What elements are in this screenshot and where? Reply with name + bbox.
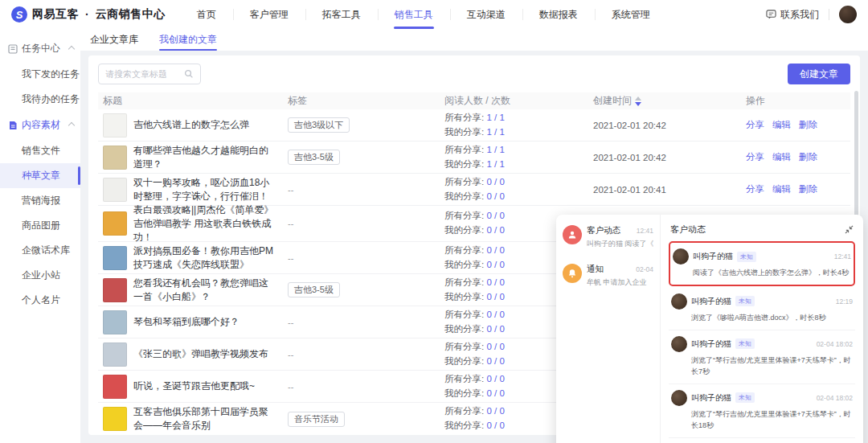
article-title[interactable]: 吉他六线谱上的数字怎么弹 xyxy=(133,118,249,132)
article-tag: -- xyxy=(288,350,293,359)
article-tag: -- xyxy=(288,185,293,195)
sidebar-group-content-material[interactable]: 内容素材 xyxy=(0,112,80,138)
sidebar-item-marketing-posters[interactable]: 营销海报 xyxy=(0,188,80,213)
search-box[interactable] xyxy=(98,64,201,84)
collapse-icon[interactable] xyxy=(845,225,854,234)
share-link[interactable]: 分享 xyxy=(746,152,764,162)
status-badge: 未知 xyxy=(735,392,755,403)
all-shares-link[interactable]: 0 / 0 xyxy=(486,177,504,187)
sidebar-item-my-todo-tasks[interactable]: 我待办的任务 xyxy=(0,87,80,112)
my-shares-link[interactable]: 0 / 0 xyxy=(486,324,504,334)
nav-item-data-reports[interactable]: 数据报表 xyxy=(522,0,595,29)
nav-item-home[interactable]: 首页 xyxy=(180,0,233,29)
customer-name[interactable]: 叫狗子的猫 xyxy=(693,251,733,262)
all-shares-link[interactable]: 1 / 1 xyxy=(486,113,504,122)
article-title[interactable]: 派对搞氛围必备！教你用吉他PM技巧速成《失恋阵线联盟》 xyxy=(133,244,276,272)
delete-link[interactable]: 删除 xyxy=(799,152,817,162)
article-title[interactable]: 您看我还有机会吗？教您弹唱这一首《小白船》？ xyxy=(133,277,276,304)
delete-link[interactable]: 删除 xyxy=(799,184,817,194)
activity-entry[interactable]: 叫狗子的猫未知02-04 17:42 阅读了《有哪些弹吉他越久才越能明白的道理？… xyxy=(669,438,855,443)
nav-item-system-mgmt[interactable]: 系统管理 xyxy=(595,0,667,29)
article-title[interactable]: 互客吉他俱乐部第十四届学员聚会——年会音乐别 xyxy=(133,405,276,433)
nav-item-sales-tools[interactable]: 销售工具 xyxy=(378,0,450,29)
sidebar-item-sales-files[interactable]: 销售文件 xyxy=(0,138,80,163)
sort-carets-icon[interactable] xyxy=(635,96,641,106)
sidebar-group-label: 内容素材 xyxy=(22,118,60,132)
share-link[interactable]: 分享 xyxy=(746,120,764,129)
article-title[interactable]: 表白最强攻略||周杰伦《简单爱》吉他弹唱教学 用这歌表白铁铁成功！ xyxy=(133,203,276,244)
search-input[interactable] xyxy=(105,69,184,79)
nav-item-customer-mgmt[interactable]: 客户管理 xyxy=(233,0,305,29)
share-link[interactable]: 分享 xyxy=(746,184,764,194)
my-shares-link[interactable]: 0 / 0 xyxy=(486,388,504,398)
my-shares-link[interactable]: 0 / 0 xyxy=(486,225,504,235)
customer-name[interactable]: 叫狗子的猫 xyxy=(691,296,731,307)
table-row[interactable]: 双十一购琴攻略，呕心沥血18小时整理，字字诛心，行行催泪！ -- 所有分享: 0… xyxy=(98,174,850,206)
my-shares-link[interactable]: 0 / 0 xyxy=(486,191,504,201)
delete-link[interactable]: 删除 xyxy=(799,120,817,129)
edit-link[interactable]: 编辑 xyxy=(772,152,791,162)
table-row[interactable]: 吉他六线谱上的数字怎么弹 吉他3级以下 所有分享: 1 / 1我的分享: 1 /… xyxy=(98,109,850,142)
article-title[interactable]: 有哪些弹吉他越久才越能明白的道理？ xyxy=(133,144,276,171)
all-shares-link[interactable]: 0 / 0 xyxy=(486,277,504,287)
column-created-time[interactable]: 创建时间 xyxy=(593,94,746,108)
customer-name[interactable]: 叫狗子的猫 xyxy=(691,338,731,350)
channel-notice[interactable]: 通知02-04 牟帆 申请加入企业 xyxy=(556,256,660,295)
my-shares-link[interactable]: 0 / 0 xyxy=(486,260,504,269)
channel-customer-activity[interactable]: 客户动态12:41 叫狗子的猫 阅读了《吉... xyxy=(556,218,660,256)
article-tag: -- xyxy=(288,253,293,263)
article-title[interactable]: 《张三的歌》弹唱教学视频发布 xyxy=(133,347,268,361)
my-shares-link[interactable]: 1 / 1 xyxy=(486,127,504,137)
entry-time: 12:19 xyxy=(836,297,853,306)
entry-time: 02-04 18:02 xyxy=(817,340,853,348)
contact-us-button[interactable]: 联系我们 xyxy=(766,8,819,22)
sidebar-item-wecom-scripts[interactable]: 企微话术库 xyxy=(0,238,80,263)
nav-item-interaction-channels[interactable]: 互动渠道 xyxy=(450,0,522,29)
all-shares-link[interactable]: 0 / 0 xyxy=(486,245,504,255)
nav-item-acquisition-tools[interactable]: 拓客工具 xyxy=(305,0,378,29)
article-thumbnail xyxy=(103,178,127,202)
sidebar-item-product-catalog[interactable]: 商品图册 xyxy=(0,213,80,238)
my-shares-link[interactable]: 0 / 0 xyxy=(486,356,504,366)
article-title[interactable]: 听说，圣诞节跟吉他更配哦~ xyxy=(133,379,255,393)
activity-entry-highlighted[interactable]: 叫狗子的猫未知12:41 阅读了《吉他六线谱上的数字怎么弹》，时长4秒 xyxy=(669,241,855,286)
activity-entry[interactable]: 叫狗子的猫未知02-04 18:02 浏览了“琴行吉他/尤克里里体验课+7天练琴… xyxy=(669,384,855,438)
sidebar-item-company-site[interactable]: 企业小站 xyxy=(0,263,80,288)
create-article-button[interactable]: 创建文章 xyxy=(788,64,850,84)
app-window: S 网易互客 · 云商销售中心 首页 客户管理 拓客工具 销售工具 互动渠道 数… xyxy=(0,0,868,443)
all-shares-link[interactable]: 0 / 0 xyxy=(486,374,504,384)
user-avatar[interactable] xyxy=(839,6,857,23)
sidebar-item-my-issued-tasks[interactable]: 我下发的任务 xyxy=(0,62,80,87)
column-operations: 操作 xyxy=(746,94,850,108)
article-title[interactable]: 琴包和琴箱到底哪个好？ xyxy=(133,315,240,329)
all-shares-link[interactable]: 1 / 1 xyxy=(486,145,504,154)
all-shares-link[interactable]: 0 / 0 xyxy=(486,211,504,220)
sidebar-item-personal-card[interactable]: 个人名片 xyxy=(0,288,80,313)
all-shares-link[interactable]: 0 / 0 xyxy=(486,342,504,351)
sidebar-group-task-center[interactable]: 任务中心 xyxy=(0,35,80,62)
tab-enterprise-article-library[interactable]: 企业文章库 xyxy=(90,29,138,51)
column-title: 标题 xyxy=(98,94,288,108)
activity-entry[interactable]: 叫狗子的猫未知12:19 浏览了《哆啦A萌吉他谱.docx》，时长8秒 xyxy=(669,288,855,330)
column-tag: 标签 xyxy=(288,94,444,108)
table-row[interactable]: 有哪些弹吉他越久才越能明白的道理？ 吉他3-5级 所有分享: 1 / 1我的分享… xyxy=(98,142,850,174)
sidebar-item-seeding-articles[interactable]: 种草文章 xyxy=(0,163,80,188)
article-title[interactable]: 双十一购琴攻略，呕心沥血18小时整理，字字诛心，行行催泪！ xyxy=(133,176,276,203)
article-thumbnail xyxy=(103,407,127,431)
bell-icon xyxy=(563,264,582,283)
status-badge: 未知 xyxy=(737,252,756,262)
entry-message: 浏览了“琴行吉他/尤克里里体验课+7天练琴卡”，时长7秒 xyxy=(691,355,853,378)
all-shares-link[interactable]: 0 / 0 xyxy=(486,310,504,319)
all-shares-link[interactable]: 0 / 0 xyxy=(486,406,504,416)
search-icon[interactable] xyxy=(184,69,194,79)
content-material-icon xyxy=(8,121,18,130)
my-shares-link[interactable]: 1 / 1 xyxy=(486,159,504,169)
tab-my-created-articles[interactable]: 我创建的文章 xyxy=(159,29,217,51)
my-shares-link[interactable]: 0 / 0 xyxy=(486,292,504,301)
edit-link[interactable]: 编辑 xyxy=(772,184,791,194)
activity-entries: 叫狗子的猫未知12:41 阅读了《吉他六线谱上的数字怎么弹》，时长4秒 叫狗子的… xyxy=(661,241,863,443)
my-shares-link[interactable]: 0 / 0 xyxy=(486,420,504,430)
edit-link[interactable]: 编辑 xyxy=(772,120,791,129)
activity-entry[interactable]: 叫狗子的猫未知02-04 18:02 浏览了“琴行吉他/尤克里里体验课+7天练琴… xyxy=(669,330,855,384)
customer-name[interactable]: 叫狗子的猫 xyxy=(691,392,731,404)
